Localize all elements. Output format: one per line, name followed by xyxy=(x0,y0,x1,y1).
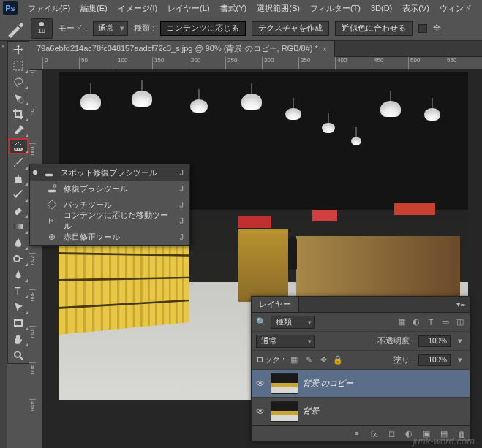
spot-healing-icon xyxy=(43,167,55,178)
horizontal-ruler[interactable]: 0 50 100 150 200 250 300 350 400 450 500… xyxy=(42,57,482,70)
gradient-tool[interactable] xyxy=(8,219,29,235)
pen-tool[interactable] xyxy=(8,267,29,283)
lock-all-icon[interactable]: 🔒 xyxy=(333,355,343,365)
panel-menu-icon[interactable]: ▾≡ xyxy=(452,300,470,309)
type-proximity-button[interactable]: 近似色に合わせる xyxy=(335,21,413,36)
document-tab-bar: 79a6ebfd214ac78fc048157aadcf72c3_s.jpg @… xyxy=(29,41,482,57)
path-select-tool[interactable] xyxy=(8,299,29,315)
flyout-red-eye[interactable]: 赤目修正ツール J xyxy=(30,229,189,245)
filter-type-icon[interactable]: T xyxy=(426,317,436,327)
layer-name: 背景 xyxy=(303,406,319,417)
fill-field[interactable]: 100% xyxy=(418,354,451,366)
type-label: 種類 : xyxy=(134,23,154,34)
svg-rect-6 xyxy=(14,224,23,229)
zoom-tool[interactable] xyxy=(8,347,29,363)
visibility-icon[interactable]: 👁 xyxy=(255,379,266,389)
content-move-icon xyxy=(46,215,58,227)
menu-window[interactable]: ウィンド xyxy=(435,1,476,15)
visibility-icon[interactable]: 👁 xyxy=(255,406,266,417)
svg-rect-14 xyxy=(48,190,56,193)
opacity-label: 不透明度 : xyxy=(377,335,414,346)
menu-3d[interactable]: 3D(D) xyxy=(366,2,396,14)
watermark: junk-word.com xyxy=(413,436,475,447)
layer-mask-icon[interactable]: ◻ xyxy=(386,429,396,439)
layer-name: 背景 のコピー xyxy=(303,378,353,389)
history-brush-tool[interactable] xyxy=(8,186,29,202)
toolbar: T xyxy=(7,41,29,364)
hand-tool[interactable] xyxy=(8,331,29,347)
close-tab-icon[interactable]: × xyxy=(323,45,327,53)
link-layers-icon[interactable]: ⚭ xyxy=(351,429,361,439)
filter-search-icon[interactable]: 🔍 xyxy=(256,317,266,327)
menu-edit[interactable]: 編集(E) xyxy=(76,1,112,15)
tool-preset-icon[interactable] xyxy=(6,19,25,38)
blend-mode-select[interactable]: 通常 xyxy=(256,335,315,348)
lock-pixels-icon[interactable]: ✎ xyxy=(304,355,314,365)
clone-stamp-tool[interactable] xyxy=(8,170,29,186)
filter-shape-icon[interactable]: ▭ xyxy=(440,317,451,327)
brush-tool[interactable] xyxy=(8,154,29,170)
flyout-spot-healing[interactable]: スポット修復ブラシツール J xyxy=(30,164,189,181)
lock-transparent-icon[interactable]: ▦ xyxy=(289,355,299,365)
flyout-healing-brush[interactable]: 修復ブラシツール J xyxy=(30,181,189,197)
menu-select[interactable]: 選択範囲(S) xyxy=(252,1,304,15)
svg-point-3 xyxy=(15,148,17,150)
lock-row: ロック : ▦ ✎ ✥ 🔒 塗り : 100% ▾ xyxy=(252,351,470,370)
quick-select-tool[interactable] xyxy=(8,90,29,106)
layer-row[interactable]: 👁 背景 のコピー xyxy=(252,370,470,398)
rectangle-tool[interactable] xyxy=(8,315,29,331)
app-logo: Ps xyxy=(3,1,18,15)
filter-adjust-icon[interactable]: ◐ xyxy=(411,317,421,327)
fill-dropdown-icon[interactable]: ▾ xyxy=(455,355,465,365)
crop-tool[interactable] xyxy=(8,106,29,122)
lock-position-icon[interactable]: ✥ xyxy=(318,355,328,365)
lasso-tool[interactable] xyxy=(8,74,29,90)
selected-dot-icon xyxy=(33,170,37,175)
layer-fx-icon[interactable]: fx xyxy=(369,429,379,439)
blend-row: 通常 不透明度 : 100% ▾ xyxy=(252,332,470,351)
type-content-aware-button[interactable]: コンテンツに応じる xyxy=(160,21,246,36)
flyout-content-aware-move[interactable]: コンテンツに応じた移動ツール J xyxy=(30,213,189,229)
healing-brush-icon xyxy=(46,183,58,194)
layers-tab[interactable]: レイヤー xyxy=(252,297,299,312)
blur-tool[interactable] xyxy=(8,235,29,251)
mode-select[interactable]: 通常 xyxy=(93,21,128,36)
filter-smart-icon[interactable]: ◫ xyxy=(455,317,465,327)
eyedropper-tool[interactable] xyxy=(8,122,29,138)
layer-thumbnail[interactable] xyxy=(271,373,298,394)
menu-file[interactable]: ファイル(F) xyxy=(23,1,75,15)
type-tool[interactable]: T xyxy=(8,283,29,299)
filter-pixel-icon[interactable]: ▦ xyxy=(396,317,407,327)
layer-thumbnail[interactable] xyxy=(271,401,298,422)
layers-panel: レイヤー ▾≡ 🔍 種類 ▦ ◐ T ▭ ◫ 通常 不透明度 : 100% ▾ … xyxy=(251,296,470,442)
sample-all-checkbox[interactable] xyxy=(418,24,427,33)
opacity-field[interactable]: 100% xyxy=(418,335,451,347)
svg-point-7 xyxy=(14,256,20,262)
brush-preview[interactable]: 19 xyxy=(31,18,53,39)
spot-healing-brush-tool[interactable] xyxy=(8,138,29,154)
panel-grip-icon[interactable]: ▸ xyxy=(0,41,7,50)
move-tool[interactable] xyxy=(8,42,29,58)
menu-bar: Ps ファイル(F) 編集(E) イメージ(I) レイヤー(L) 書式(Y) 選… xyxy=(0,0,482,16)
marquee-tool[interactable] xyxy=(8,58,29,74)
lock-label: ロック : xyxy=(256,354,285,365)
svg-point-1 xyxy=(19,99,23,103)
dodge-tool[interactable] xyxy=(8,251,29,267)
menu-type[interactable]: 書式(Y) xyxy=(216,1,252,15)
menu-view[interactable]: 表示(V) xyxy=(398,1,434,15)
svg-text:T: T xyxy=(15,285,21,297)
ruler-origin[interactable] xyxy=(29,57,42,70)
menu-filter[interactable]: フィルター(T) xyxy=(306,1,365,15)
brush-size: 19 xyxy=(38,27,45,34)
menu-layer[interactable]: レイヤー(L) xyxy=(163,1,214,15)
document-tab[interactable]: 79a6ebfd214ac78fc048157aadcf72c3_s.jpg @… xyxy=(29,41,335,57)
opacity-dropdown-icon[interactable]: ▾ xyxy=(455,336,465,346)
red-eye-icon xyxy=(46,231,58,243)
layer-row[interactable]: 👁 背景 xyxy=(252,398,470,425)
filter-kind-select[interactable]: 種類 xyxy=(271,316,315,329)
menu-image[interactable]: イメージ(I) xyxy=(113,1,162,15)
svg-rect-0 xyxy=(14,61,23,70)
vertical-ruler[interactable]: 0 50 100 150 200 250 300 350 400 450 xyxy=(29,70,42,448)
type-texture-button[interactable]: テクスチャを作成 xyxy=(252,21,329,36)
eraser-tool[interactable] xyxy=(8,202,29,219)
